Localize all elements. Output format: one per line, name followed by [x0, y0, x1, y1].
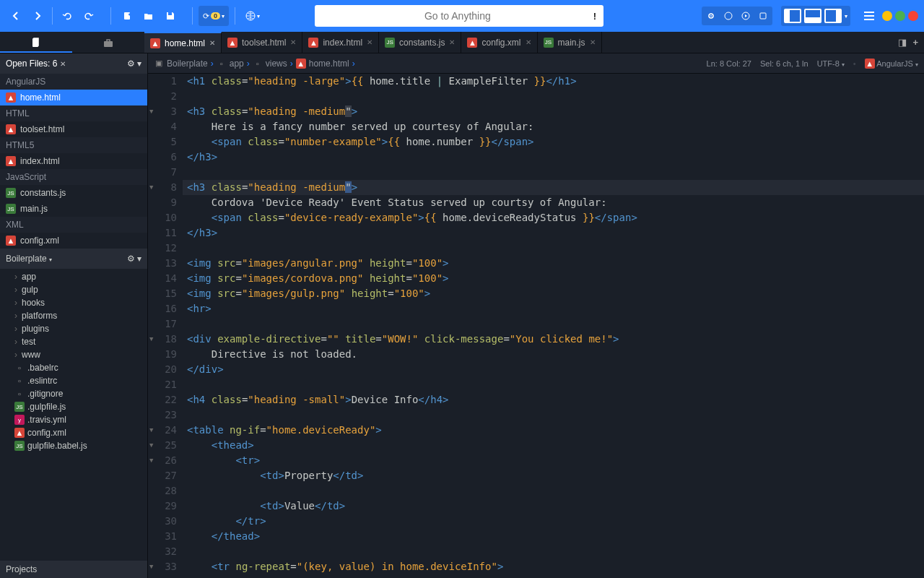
project-header[interactable]: Boilerplate ▾ ⚙ ▾: [0, 249, 147, 269]
goto-anything-search[interactable]: !: [315, 5, 603, 27]
maximize-icon[interactable]: [895, 11, 905, 21]
redo-button[interactable]: [79, 6, 99, 26]
tree-item--travis-yml[interactable]: y.travis.yml: [0, 413, 147, 426]
bottom-panel-toggle[interactable]: [804, 9, 821, 23]
save-macro-button[interactable]: [755, 8, 771, 24]
menu-button[interactable]: [859, 6, 879, 26]
category-xml: XML: [0, 217, 147, 233]
new-tab-button[interactable]: +: [912, 37, 918, 48]
tree-item--gitignore[interactable]: ▫.gitignore: [0, 387, 147, 400]
svg-rect-9: [32, 38, 38, 47]
play-button[interactable]: [738, 8, 754, 24]
tree-item-gulpfile-babel-js[interactable]: JSgulpfile.babel.js: [0, 439, 147, 452]
close-all-icon[interactable]: ✕: [60, 60, 66, 68]
sidebar: Open Files: 6 ✕ ⚙ ▾ AngularJS▲home.htmlH…: [0, 53, 148, 578]
tree-item--gulpfile-js[interactable]: JS.gulpfile.js: [0, 400, 147, 413]
globe-button[interactable]: ▾: [241, 6, 264, 26]
svg-rect-7: [760, 13, 766, 19]
gear-icon[interactable]: ⚙ ▾: [127, 59, 141, 69]
selection-info: Sel: 6 ch, 1 ln: [760, 59, 808, 68]
tab-toolset-html[interactable]: ▲toolset.html✕: [222, 32, 302, 53]
stop-button[interactable]: [720, 8, 736, 24]
tab-strip: ▲home.html✕▲toolset.html✕▲index.html✕JSc…: [0, 32, 924, 53]
open-file-main-js[interactable]: JSmain.js: [0, 201, 147, 217]
tree-item--babelrc[interactable]: ▫.babelrc: [0, 361, 147, 374]
breadcrumb-views[interactable]: ▫ views ›: [253, 59, 293, 69]
tree-item-config-xml[interactable]: ▲config.xml: [0, 426, 147, 439]
close-icon[interactable]: ✕: [209, 39, 215, 47]
undo-button[interactable]: [57, 6, 77, 26]
gear-icon[interactable]: ⚙ ▾: [127, 254, 141, 264]
tree-item-test[interactable]: test: [0, 335, 147, 348]
search-input[interactable]: [322, 10, 593, 22]
encoding[interactable]: UTF-8 ▾: [817, 59, 845, 68]
tab-constants-js[interactable]: JSconstants.js✕: [379, 32, 461, 53]
close-icon[interactable]: ✕: [449, 38, 455, 46]
sidebar-tab-files[interactable]: [0, 32, 72, 53]
minimize-icon[interactable]: [882, 11, 892, 21]
tab-main-js[interactable]: JSmain.js✕: [538, 32, 602, 53]
svg-rect-10: [104, 41, 113, 47]
record-button[interactable]: [703, 8, 719, 24]
category-html: HTML: [0, 105, 147, 121]
tab-home-html[interactable]: ▲home.html✕: [144, 32, 222, 53]
tree-item-www[interactable]: www: [0, 348, 147, 361]
cursor-position: Ln: 8 Col: 27: [707, 59, 751, 68]
close-icon[interactable]: ✕: [590, 38, 596, 46]
category-html5: HTML5: [0, 137, 147, 153]
breadcrumb-boilerplate[interactable]: ▣ Boilerplate ›: [154, 59, 214, 69]
category-angularjs: AngularJS: [0, 74, 147, 90]
close-icon[interactable]: [908, 11, 918, 21]
tree-item-gulp[interactable]: gulp: [0, 283, 147, 296]
open-file-constants-js[interactable]: JSconstants.js: [0, 185, 147, 201]
editor-area: ▣ Boilerplate ›▫ app ›▫ views ›▲ home.ht…: [148, 53, 924, 578]
breadcrumb-app[interactable]: ▫ app ›: [217, 59, 250, 69]
close-icon[interactable]: ✕: [290, 38, 296, 46]
top-toolbar: ⟳0▾ ▾ ! ▾: [0, 0, 924, 32]
svg-rect-1: [168, 12, 172, 15]
sidebar-tab-tools[interactable]: [72, 32, 144, 53]
category-javascript: JavaScript: [0, 169, 147, 185]
warning-icon: !: [593, 11, 596, 22]
open-file-toolset-html[interactable]: ▲toolset.html: [0, 121, 147, 137]
forward-button[interactable]: [27, 6, 48, 26]
new-file-button[interactable]: [117, 6, 137, 26]
back-button[interactable]: [6, 6, 26, 26]
save-button[interactable]: [160, 6, 180, 26]
sync-button[interactable]: ⟳0▾: [199, 6, 229, 26]
left-panel-toggle[interactable]: [784, 9, 801, 23]
open-file-index-html[interactable]: ▲index.html: [0, 153, 147, 169]
open-file-config-xml[interactable]: ▲config.xml: [0, 233, 147, 249]
tree-item-hooks[interactable]: hooks: [0, 296, 147, 309]
tab-config-xml[interactable]: ▲config.xml✕: [461, 32, 537, 53]
svg-point-4: [710, 15, 712, 17]
language-mode[interactable]: ▲ AngularJS ▾: [865, 59, 918, 69]
tree-item-app[interactable]: app: [0, 270, 147, 283]
breadcrumb: ▣ Boilerplate ›▫ app ›▫ views ›▲ home.ht…: [148, 53, 924, 74]
right-panel-toggle[interactable]: [824, 9, 842, 23]
open-file-home-html[interactable]: ▲home.html: [0, 90, 147, 105]
breadcrumb-home-html[interactable]: ▲ home.html ›: [296, 59, 355, 69]
tree-item-plugins[interactable]: plugins: [0, 322, 147, 335]
close-icon[interactable]: ✕: [367, 38, 372, 46]
split-view-icon[interactable]: ◨: [898, 37, 907, 48]
projects-footer[interactable]: Projects: [0, 561, 147, 578]
open-files-header: Open Files: 6 ✕ ⚙ ▾: [0, 53, 147, 74]
tree-item--eslintrc[interactable]: ▫.eslintrc: [0, 374, 147, 387]
svg-point-5: [725, 12, 732, 20]
open-file-button[interactable]: [139, 6, 159, 26]
close-icon[interactable]: ✕: [526, 38, 531, 46]
tree-item-platforms[interactable]: platforms: [0, 309, 147, 322]
code-editor[interactable]: 12▼34567▼891011121314151617▼181920212223…: [148, 74, 924, 578]
tab-index-html[interactable]: ▲index.html✕: [302, 32, 379, 53]
